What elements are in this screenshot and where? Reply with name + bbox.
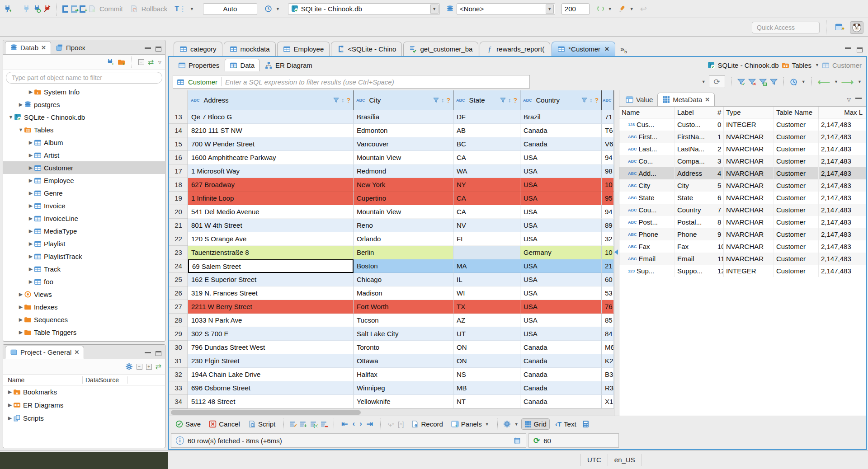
cell-address[interactable]: 627 Broadway (188, 178, 354, 192)
save-filter-icon[interactable] (759, 78, 767, 86)
cell-country[interactable]: USA (520, 314, 602, 327)
tree-item-system-info[interactable]: ▶iSystem Info (3, 85, 165, 98)
cell-state[interactable]: NT (453, 395, 520, 408)
table-row[interactable]: 171 Microsoft WayRedmondWAUSA98 (169, 164, 614, 178)
editor-tab-rewards-report-[interactable]: frewards_report( (480, 42, 550, 56)
table-row[interactable]: 13Qe 7 Bloco GBrasíliaDFBrazil71 (169, 110, 614, 124)
last-row-icon[interactable]: ⇥ (367, 419, 373, 429)
meta-column-header-table-name[interactable]: Table Name (774, 107, 819, 118)
filter-funnel-icon[interactable] (500, 97, 506, 103)
cell-country[interactable]: USA (520, 286, 602, 300)
link-with-editor-icon[interactable]: ⇄ (156, 363, 161, 371)
dbeaver-perspective-icon[interactable] (850, 21, 863, 34)
sql-filter-input[interactable]: Customer Enter a SQL expression to filte… (173, 75, 530, 89)
table-row[interactable]: 161600 Amphitheatre ParkwayMountain View… (169, 151, 614, 164)
cell-postal[interactable]: 94 (602, 205, 614, 219)
gear-dropdown[interactable]: ▼ (514, 422, 519, 427)
metadata-row[interactable]: ABCPost...Postal...8NVARCHARCustomer2,14… (619, 216, 866, 228)
gear-icon[interactable] (503, 420, 511, 428)
cell-country[interactable]: USA (520, 273, 602, 286)
new-connection-icon[interactable]: + (4, 5, 11, 13)
time-dropdown[interactable]: ▼ (802, 80, 806, 84)
editor-tab--customer[interactable]: *Customer✕ (552, 42, 615, 56)
tab-projects[interactable]: Проек (51, 41, 90, 54)
more-tabs-indicator[interactable]: »5 (617, 45, 630, 56)
tree-item-foo[interactable]: ▶foo (3, 275, 165, 288)
tree-item-indexes[interactable]: ▶Indexes (3, 300, 165, 313)
tree-item-postgres[interactable]: ▶postgres (3, 98, 165, 111)
add-row-icon[interactable]: + (300, 420, 307, 428)
refresh-count-icon[interactable]: ⟳ (533, 437, 540, 445)
cell-address[interactable]: 1 Microsoft Way (188, 164, 354, 178)
cell-city[interactable]: Boston (354, 259, 453, 273)
gear-icon[interactable] (125, 363, 133, 371)
table-row[interactable]: 31230 Elgin StreetOttawaONCanadaK2 (169, 354, 614, 368)
cell-postal[interactable]: 76 (602, 300, 614, 314)
rollback-button[interactable]: Rollback (142, 5, 168, 13)
cell-postal[interactable]: 89 (602, 219, 614, 232)
order-hint-icon[interactable]: ? (446, 97, 450, 104)
tree-item-views[interactable]: ▶Views (3, 288, 165, 300)
refresh-dropdown[interactable]: ▼ (608, 7, 612, 11)
cell-city[interactable]: Winnipeg (354, 381, 453, 395)
cell-postal[interactable]: 53 (602, 286, 614, 300)
metadata-row[interactable]: ABCPhonePhone9NVARCHARCustomer2,147,483 (619, 228, 866, 240)
execution-time-icon[interactable] (790, 78, 797, 86)
cell-address[interactable]: 230 Elgin Street (188, 354, 354, 368)
cell-address[interactable]: 8210 111 ST NW (188, 124, 354, 137)
filter-history-dropdown[interactable]: ▼ (702, 80, 706, 84)
commit-button[interactable]: Commit (99, 5, 123, 13)
quick-access-input[interactable]: Quick Access (752, 22, 820, 33)
close-icon[interactable]: ✕ (41, 44, 46, 51)
connect-icon[interactable] (23, 5, 30, 13)
next-row-icon[interactable]: › (359, 419, 362, 429)
script-button[interactable]: Script (245, 419, 278, 429)
panels-dropdown[interactable]: ▼ (485, 422, 489, 427)
object-filter-input[interactable]: Type part of object name to filter (6, 72, 162, 84)
cell-city[interactable]: Brasília (354, 110, 453, 124)
tree-item-track[interactable]: ▶Track (3, 263, 165, 275)
cell-country[interactable]: USA (520, 232, 602, 246)
cell-city[interactable]: Orlando (354, 232, 453, 246)
meta-column-header-max-l[interactable]: Max L (819, 107, 865, 118)
sort-icon[interactable]: ↕ (341, 97, 344, 103)
table-row[interactable]: 148210 111 ST NWEdmontonABCanadaT6 (169, 124, 614, 137)
tables-dropdown[interactable]: ▼ (815, 63, 819, 67)
tab-project-general[interactable]: Project - General ✕ (5, 346, 84, 359)
expand-arrow-icon[interactable]: ▶ (28, 203, 34, 209)
cancel-button[interactable]: Cancel (206, 419, 243, 429)
tree-item-employee[interactable]: ▶Employee (3, 174, 165, 187)
expand-arrow-icon[interactable]: ▶ (7, 415, 13, 421)
cell-postal[interactable]: X1 (602, 395, 614, 408)
cell-address[interactable]: 302 S 700 E (188, 327, 354, 341)
apply-filter-icon[interactable]: ✓ (737, 78, 745, 86)
metadata-row[interactable]: 123Cus...Custo...0INTEGERCustomer2,147,4… (619, 118, 866, 131)
column-header-datasource[interactable]: DataSource (83, 376, 128, 384)
new-folder-icon[interactable]: + (118, 58, 125, 66)
cell-state[interactable]: ON (453, 354, 520, 368)
table-row[interactable]: 30796 Dundas Street WestTorontoONCanadaM… (169, 341, 614, 354)
edit-cell-icon[interactable] (289, 420, 297, 428)
metadata-row[interactable]: ABCStateState6NVARCHARCustomer2,147,483 (619, 192, 866, 204)
cell-country[interactable]: USA (520, 205, 602, 219)
filter-funnel-icon[interactable] (433, 97, 439, 103)
cell-address[interactable]: 1600 Amphitheatre Parkway (188, 151, 354, 164)
tree-item-table-triggers[interactable]: ▶Table Triggers (3, 326, 165, 338)
cell-state[interactable]: ON (453, 341, 520, 354)
cell-city[interactable]: New York (354, 178, 453, 192)
cell-address[interactable]: 1033 N Park Ave (188, 314, 354, 327)
text-view-button[interactable]: ‹T Text (552, 419, 579, 429)
tree-item-invoice[interactable]: ▶Invoice (3, 199, 165, 212)
editor-tab--sqlite-chino[interactable]: <SQLite - Chino (331, 42, 402, 56)
minimize-panel-icon[interactable] (855, 98, 862, 102)
table-row[interactable]: 29302 S 700 ESalt Lake CityUTUSA84 (169, 327, 614, 341)
previous-row-icon[interactable]: ‹ (353, 419, 355, 429)
cell-state[interactable] (453, 246, 520, 259)
cell-address[interactable]: 700 W Pender Street (188, 137, 354, 151)
cell-country[interactable]: USA (520, 219, 602, 232)
table-row[interactable]: 33696 Osborne StreetWinnipegMBCanadaR3 (169, 381, 614, 395)
tree-item-tables[interactable]: ▼Tables (3, 123, 165, 136)
expand-arrow-icon[interactable]: ▶ (28, 266, 34, 272)
duplicate-row-icon[interactable]: (+) (310, 420, 318, 428)
expand-arrow-icon[interactable]: ▶ (28, 140, 34, 145)
